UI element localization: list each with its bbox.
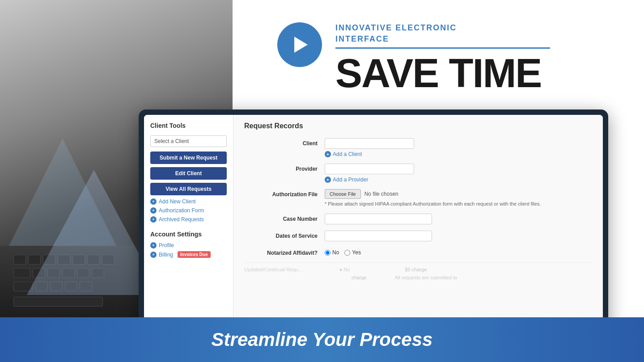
sidebar-item-archived-requests[interactable]: + Archived Requests xyxy=(150,216,227,223)
provider-row: Provider + Add a Provider xyxy=(244,164,592,183)
view-all-requests-button[interactable]: View All Requests xyxy=(150,183,227,195)
play-button-container xyxy=(277,22,322,67)
authorization-file-control: Choose File No file chosen * Please atta… xyxy=(325,189,592,207)
no-file-label: No file chosen xyxy=(364,191,398,197)
authorization-file-label: Authorization File xyxy=(244,189,325,198)
notarized-affidavit-label: Notarized Affidavit? xyxy=(244,248,325,256)
faded-row-2: charge All requests are submitted to xyxy=(244,274,592,282)
main-title: Request Records xyxy=(244,122,592,130)
edit-client-button[interactable]: Edit Client xyxy=(150,167,227,180)
sidebar: Client Tools Select a Client Submit a Ne… xyxy=(144,115,233,341)
plus-icon-2: + xyxy=(150,207,157,214)
file-hint-text: * Please attach signed HIPAA compliant A… xyxy=(325,201,592,207)
tagline: INNOVATIVE ELECTRONIC INTERFACE xyxy=(335,22,550,45)
radio-no-label[interactable]: No xyxy=(325,249,339,256)
bottom-banner: Streamline Your Process xyxy=(0,317,644,362)
sidebar-item-profile[interactable]: + Profile xyxy=(150,242,227,248)
header-text-area: INNOVATIVE ELECTRONIC INTERFACE SAVE TIM… xyxy=(335,22,550,93)
sidebar-title: Client Tools xyxy=(150,122,227,129)
add-client-icon: + xyxy=(325,151,331,157)
plus-icon-4: + xyxy=(150,242,157,248)
submit-new-request-button[interactable]: Submit a New Request xyxy=(150,152,227,164)
notarized-affidavit-control: No Yes xyxy=(325,248,592,256)
dates-of-service-input[interactable] xyxy=(325,231,432,241)
dates-of-service-label: Dates of Service xyxy=(244,231,325,239)
file-input-wrap: Choose File No file chosen xyxy=(325,189,592,199)
dates-of-service-row: Dates of Service xyxy=(244,231,592,241)
plus-icon-5: + xyxy=(150,252,157,258)
radio-yes[interactable] xyxy=(344,250,350,256)
plus-icon-3: + xyxy=(150,216,157,223)
sidebar-item-authorization-form[interactable]: + Authorization Form xyxy=(150,207,227,214)
radio-group: No Yes xyxy=(325,248,592,256)
add-provider-link[interactable]: + Add a Provider xyxy=(325,177,592,183)
client-label: Client xyxy=(244,138,325,147)
laptop-mockup: Client Tools Select a Client Submit a Ne… xyxy=(139,109,608,346)
case-number-control xyxy=(325,214,592,224)
provider-field[interactable] xyxy=(325,164,414,174)
notarized-affidavit-row: Notarized Affidavit? No Yes xyxy=(244,248,592,256)
plus-icon: + xyxy=(150,198,157,205)
play-button[interactable] xyxy=(277,22,322,67)
choose-file-button[interactable]: Choose File xyxy=(325,189,361,199)
case-number-row: Case Number xyxy=(244,214,592,224)
laptop-screen: Client Tools Select a Client Submit a Ne… xyxy=(144,115,603,341)
case-number-input[interactable] xyxy=(325,214,432,224)
account-settings-title: Account Settings xyxy=(150,231,227,238)
client-row: Client + Add a Client xyxy=(244,138,592,157)
faded-section: Updated/Continual Requ... ● No $5 charge… xyxy=(244,262,592,282)
add-client-link[interactable]: + Add a Client xyxy=(325,151,592,157)
sidebar-item-billing[interactable]: + Billing Invoices Due xyxy=(150,251,227,258)
client-control: + Add a Client xyxy=(325,138,592,157)
dates-of-service-control xyxy=(325,231,592,241)
radio-yes-label[interactable]: Yes xyxy=(344,249,361,256)
case-number-label: Case Number xyxy=(244,214,325,222)
client-select[interactable]: Select a Client xyxy=(150,135,227,147)
banner-text: Streamline Your Process xyxy=(212,329,433,350)
provider-label: Provider xyxy=(244,164,325,172)
provider-control: + Add a Provider xyxy=(325,164,592,183)
faded-row-1: Updated/Continual Requ... ● No $5 charge xyxy=(244,265,592,274)
sidebar-item-add-new-client[interactable]: + Add New Client xyxy=(150,198,227,205)
billing-badge: Invoices Due xyxy=(178,251,211,258)
client-field[interactable] xyxy=(325,138,414,149)
authorization-file-row: Authorization File Choose File No file c… xyxy=(244,189,592,207)
play-icon xyxy=(294,37,308,53)
header-divider xyxy=(335,47,550,49)
add-provider-icon: + xyxy=(325,177,331,183)
radio-no[interactable] xyxy=(325,250,330,256)
main-content: Request Records Client + Add a Client Pr… xyxy=(233,115,603,341)
headline: SAVE TIME xyxy=(335,53,550,93)
